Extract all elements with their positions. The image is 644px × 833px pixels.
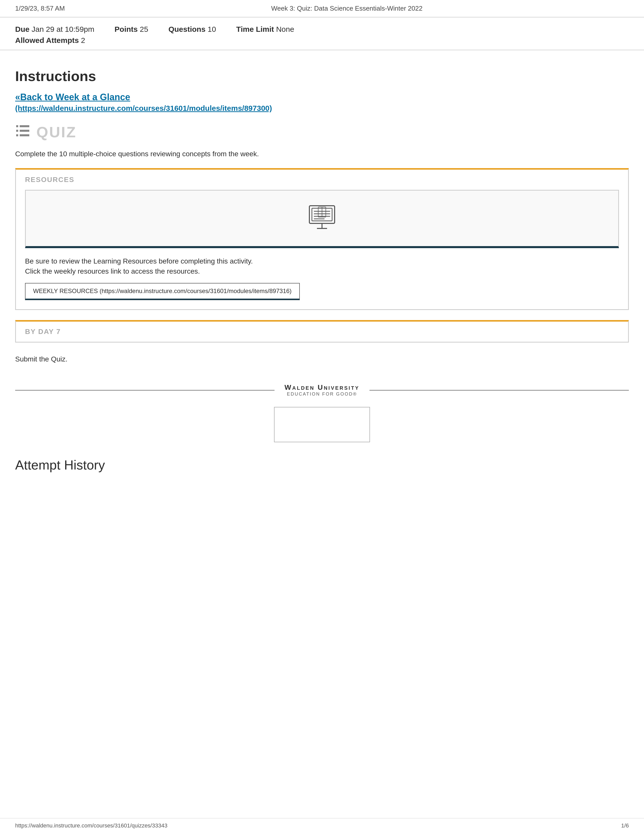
due-value: Jan 29 at 10:59pm xyxy=(32,25,95,33)
points-label: Points xyxy=(115,25,138,33)
back-to-week-link[interactable]: «Back to Week at a Glance (https://walde… xyxy=(15,92,629,113)
by-day-box: BY DAY 7 xyxy=(15,320,629,343)
svg-rect-5 xyxy=(20,134,29,136)
resource-desc-line1: Be sure to review the Learning Resources… xyxy=(25,257,619,265)
walden-name: Walden University xyxy=(285,383,360,391)
svg-rect-0 xyxy=(16,125,18,127)
svg-rect-3 xyxy=(20,125,29,127)
by-day-header: BY DAY 7 xyxy=(16,322,628,342)
allowed-attempts-value: 2 xyxy=(81,36,85,44)
questions-item: Questions 10 xyxy=(169,25,216,34)
walden-line-right xyxy=(369,390,629,391)
resources-header: RESOURCES xyxy=(16,170,628,190)
quiz-label: QUIZ xyxy=(36,124,77,141)
attempt-history-heading: Attempt History xyxy=(15,457,629,473)
main-content: Instructions «Back to Week at a Glance (… xyxy=(0,50,644,498)
submit-text: Submit the Quiz. xyxy=(15,355,629,363)
allowed-attempts-label: Allowed Attempts xyxy=(15,36,79,44)
quiz-list-icon xyxy=(15,123,30,141)
points-value: 25 xyxy=(140,25,148,33)
footer-page-indicator: 1/6 xyxy=(621,822,629,829)
empty-box xyxy=(274,407,370,442)
quiz-meta-row-2: Allowed Attempts 2 xyxy=(15,36,629,45)
time-limit-item: Time Limit None xyxy=(236,25,294,34)
svg-rect-1 xyxy=(16,130,18,132)
footer-url: https://waldenu.instructure.com/courses/… xyxy=(15,822,167,829)
questions-value: 10 xyxy=(208,25,216,33)
quiz-description: Complete the 10 multiple-choice question… xyxy=(15,150,629,158)
resource-desc: Be sure to review the Learning Resources… xyxy=(16,257,628,275)
time-limit-label: Time Limit xyxy=(236,25,274,33)
quiz-meta-bar: Due Jan 29 at 10:59pm Points 25 Question… xyxy=(0,18,644,50)
browser-page-title: Week 3: Quiz: Data Science Essentials-Wi… xyxy=(271,5,422,12)
questions-label: Questions xyxy=(169,25,206,33)
walden-tagline: EDUCATION FOR GOOD® xyxy=(285,391,360,397)
quiz-meta-row-1: Due Jan 29 at 10:59pm Points 25 Question… xyxy=(15,25,629,34)
browser-bar: 1/29/23, 8:57 AM Week 3: Quiz: Data Scie… xyxy=(0,0,644,18)
weekly-resources-link[interactable]: WEEKLY RESOURCES (https://waldenu.instru… xyxy=(25,283,300,300)
monitor-icon xyxy=(307,203,337,233)
instructions-heading: Instructions xyxy=(15,68,629,84)
walden-line-left xyxy=(15,390,275,391)
resource-desc-line2: Click the weekly resources link to acces… xyxy=(25,267,619,275)
walden-section: Walden University EDUCATION FOR GOOD® xyxy=(15,383,629,397)
due-date-item: Due Jan 29 at 10:59pm xyxy=(15,25,95,34)
quiz-icon-area: QUIZ xyxy=(15,123,629,141)
resource-card[interactable] xyxy=(25,190,619,248)
page-footer: https://waldenu.instructure.com/courses/… xyxy=(0,818,644,833)
due-label: Due xyxy=(15,25,29,33)
browser-timestamp: 1/29/23, 8:57 AM xyxy=(15,5,65,12)
svg-rect-4 xyxy=(20,130,29,132)
points-item: Points 25 xyxy=(115,25,148,34)
resources-box: RESOURCES Be sure xyxy=(15,168,629,310)
svg-rect-2 xyxy=(16,134,18,136)
walden-logo-area: Walden University EDUCATION FOR GOOD® xyxy=(285,383,360,397)
time-limit-value: None xyxy=(276,25,294,33)
